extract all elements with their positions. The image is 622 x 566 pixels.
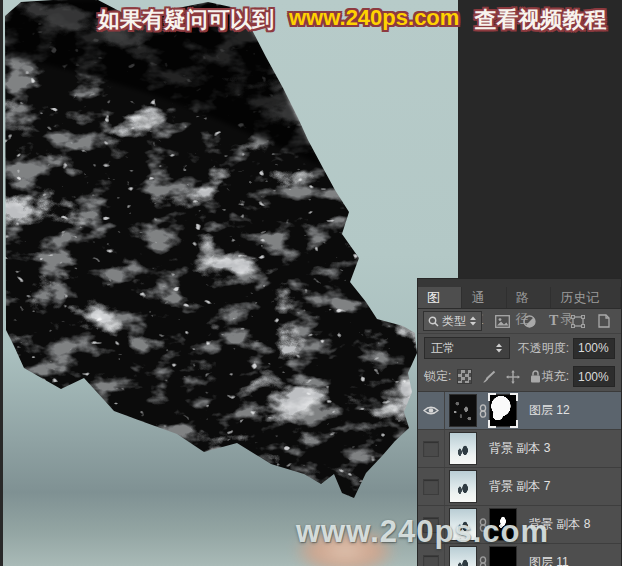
banner-prefix: 如果有疑问可以到 (98, 5, 274, 35)
tab-history[interactable]: 历史记录 (551, 287, 621, 308)
updown-arrows-icon (469, 316, 477, 326)
filter-shape-button[interactable] (571, 315, 585, 328)
lock-position-button[interactable] (506, 370, 520, 384)
panel-tabbar: 图层 通道 路径 历史记录 (418, 279, 621, 309)
padlock-icon (530, 370, 541, 383)
banner-suffix: 查看视频教程 (474, 5, 606, 35)
adjustment-circle-icon (523, 315, 536, 328)
tab-channels[interactable]: 通道 (462, 287, 506, 308)
layer-filter-row: 类型 T (418, 309, 621, 334)
eye-icon (423, 405, 439, 416)
mask-selection-corner (510, 420, 518, 428)
filter-adjustment-button[interactable] (523, 315, 536, 328)
fill-value[interactable]: 100% (573, 366, 615, 387)
mask-selection-corner (488, 393, 496, 401)
blend-mode-value: 正常 (431, 340, 455, 357)
liquid-splash-image (3, 0, 458, 566)
opacity-label: 不透明度: (518, 340, 569, 357)
filter-type-combo[interactable]: 类型 (423, 311, 482, 331)
filter-icon-buttons: T (495, 313, 610, 329)
fill-label: 填充: (542, 368, 569, 385)
filter-type-button[interactable]: T (549, 313, 558, 329)
visibility-empty-well (423, 555, 439, 566)
updown-arrows-icon (495, 343, 503, 353)
filter-pixel-button[interactable] (495, 315, 510, 328)
visibility-empty-well (423, 441, 439, 457)
banner-url[interactable]: www.240ps.com (289, 5, 459, 35)
opacity-value[interactable]: 100% (573, 338, 615, 359)
mask-selection-corner (488, 420, 496, 428)
document-canvas[interactable] (3, 0, 458, 566)
image-icon (495, 315, 510, 328)
layer-name[interactable]: 图层 12 (529, 402, 570, 419)
move-cross-icon (506, 370, 520, 384)
lock-pixels-button[interactable] (482, 370, 496, 383)
blend-mode-row: 正常 不透明度: 100% (418, 334, 621, 362)
layer-thumbnail[interactable] (449, 394, 477, 427)
lock-row: 锁定: (418, 362, 621, 392)
brush-icon (482, 370, 496, 383)
layer-thumbnail[interactable] (449, 470, 477, 503)
visibility-toggle[interactable] (418, 392, 445, 429)
layer-row[interactable]: 背景 副本 7 (418, 468, 621, 506)
tutorial-banner: 如果有疑问可以到 www.240ps.com 查看视频教程 (98, 5, 606, 35)
chain-link-icon (479, 556, 487, 566)
mask-selection-corner (510, 393, 518, 401)
layer-name[interactable]: 背景 副本 3 (489, 440, 550, 457)
visibility-empty-well (423, 479, 439, 495)
photoshop-screenshot: 如果有疑问可以到 www.240ps.com 查看视频教程 图层 通道 路径 历… (0, 0, 622, 566)
layer-row[interactable]: 背景 副本 3 (418, 430, 621, 468)
layer-mask-thumbnail[interactable] (489, 394, 517, 427)
lock-all-button[interactable] (530, 370, 541, 383)
page-icon (598, 314, 610, 328)
site-watermark: www.240ps.com (296, 514, 549, 550)
layer-row[interactable]: 图层 12 (418, 392, 621, 430)
blend-mode-select[interactable]: 正常 (424, 337, 510, 359)
lock-transparency-icon[interactable] (457, 369, 472, 384)
visibility-toggle[interactable] (418, 430, 445, 467)
visibility-toggle[interactable] (418, 468, 445, 505)
shape-icon (571, 315, 585, 328)
search-icon (428, 316, 439, 327)
lock-buttons (457, 369, 541, 384)
layer-name[interactable]: 图层 11 (529, 554, 569, 566)
tab-layers[interactable]: 图层 (418, 287, 462, 308)
mask-link-container (477, 556, 489, 566)
filter-combo-label: 类型 (442, 313, 466, 330)
mask-link-container (477, 404, 489, 418)
lock-label: 锁定: (424, 368, 451, 385)
layer-name[interactable]: 背景 副本 7 (489, 478, 550, 495)
chain-link-icon (479, 404, 487, 418)
tab-paths[interactable]: 路径 (507, 287, 551, 308)
layer-thumbnail[interactable] (449, 432, 477, 465)
filter-smart-object-button[interactable] (598, 314, 610, 328)
